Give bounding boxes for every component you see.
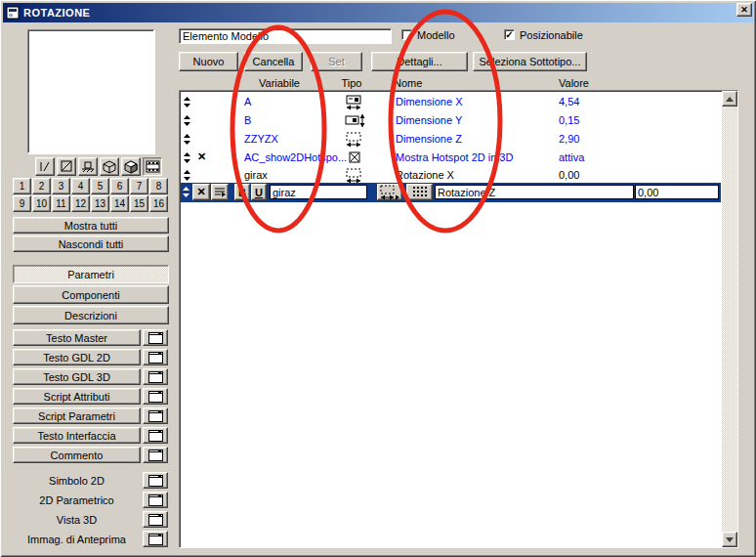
parametrico-2d-window-icon[interactable]	[143, 492, 168, 508]
testo-gdl-3d-window-icon[interactable]	[143, 368, 168, 385]
wireframe-cube-icon[interactable]	[100, 157, 119, 176]
page-button-3[interactable]: 3	[52, 178, 70, 194]
testo-interfaccia-window-icon[interactable]	[143, 427, 168, 444]
script-parametri-window-icon[interactable]	[143, 407, 168, 424]
column-header-variabile: Variabile	[240, 77, 318, 89]
title-bar[interactable]: ROTAZIONE	[3, 3, 753, 22]
page-button-13[interactable]: 13	[91, 195, 109, 212]
page-button-2[interactable]: 2	[32, 178, 51, 194]
testo-gdl-2d-button[interactable]: Testo GDL 2D	[13, 349, 141, 365]
posizionabile-checkbox[interactable]: ✓	[504, 29, 515, 40]
preview-panel	[27, 29, 154, 153]
commento-window-icon[interactable]	[143, 447, 168, 463]
page-button-8[interactable]: 8	[149, 178, 168, 194]
valore-cell: attiva	[559, 151, 584, 163]
page-button-11[interactable]: 11	[52, 195, 70, 212]
page-button-16[interactable]: 16	[149, 195, 168, 212]
valore-cell: 4,54	[559, 96, 579, 107]
valore-cell: 0,00	[559, 169, 579, 181]
tipo-angle-button[interactable]	[377, 184, 402, 200]
slashed-square-icon[interactable]	[57, 157, 76, 176]
script-parametri-button[interactable]: Script Parametri	[13, 407, 141, 424]
vertical-scrollbar[interactable]	[722, 91, 737, 547]
scroll-down-button[interactable]	[722, 532, 737, 547]
table-row[interactable]: A Dimensione X 4,54	[181, 94, 718, 112]
dettagli-button[interactable]: Dettagli...	[371, 52, 468, 71]
nascondi-tutti-button[interactable]: Nascondi tutti	[13, 236, 169, 252]
valore-input[interactable]	[635, 185, 719, 199]
testo-master-window-icon[interactable]	[143, 329, 168, 346]
seleziona-sottotipo-button[interactable]: Seleziona Sottotipo...	[473, 52, 587, 71]
close-button[interactable]: ✕	[736, 3, 752, 17]
tab-descrizioni[interactable]: Descrizioni	[13, 306, 169, 324]
valore-cell: 0,15	[559, 114, 579, 126]
page-button-14[interactable]: 14	[110, 195, 129, 212]
modello-checkbox[interactable]	[401, 29, 412, 40]
set-button: Set	[311, 52, 362, 71]
page-button-9[interactable]: 9	[13, 195, 31, 212]
page-button-5[interactable]: 5	[91, 178, 109, 194]
testo-interfaccia-button[interactable]: Testo Interfaccia	[13, 427, 141, 444]
vista-3d-window-icon[interactable]	[143, 511, 168, 528]
table-row[interactable]: ✕ AC_show2DHotspo... Mostra Hotspot 2D i…	[181, 150, 718, 168]
underline-button[interactable]: U	[251, 184, 267, 200]
script-attributi-button[interactable]: Script Attributi	[13, 388, 141, 405]
row-drag-handle-icon[interactable]	[183, 151, 191, 164]
page-buttons-row-1: 1 2 3 4 5 6 7 8	[13, 178, 168, 194]
testo-gdl-2d-window-icon[interactable]	[143, 349, 168, 365]
hidden-flag-x-icon[interactable]: ✕	[197, 150, 206, 163]
object-ground-icon[interactable]	[78, 157, 98, 176]
page-button-10[interactable]: 10	[32, 195, 51, 212]
solid-cube-icon[interactable]	[121, 157, 141, 176]
nome-cell: Mostra Hotspot 2D in 3D	[396, 151, 513, 163]
mostra-tutti-button[interactable]: Mostra tutti	[13, 217, 169, 234]
table-row[interactable]: ZZYZX Dimensione Z 2,90	[181, 131, 718, 150]
page-button-6[interactable]: 6	[110, 178, 129, 194]
simbolo-2d-window-icon[interactable]	[143, 472, 168, 489]
nome-cell: Dimensione X	[396, 96, 462, 107]
table-row[interactable]: B Dimensione Y 0,15	[181, 112, 718, 131]
element-type-field[interactable]	[179, 28, 392, 44]
column-header-valore: Valore	[559, 77, 589, 89]
selected-table-row[interactable]: ✕ B U	[181, 183, 721, 202]
delete-x-button[interactable]: ✕	[192, 184, 210, 200]
tab-parametri[interactable]: Parametri	[13, 265, 169, 283]
page-button-15[interactable]: 15	[130, 195, 148, 212]
posizionabile-label: Posizionabile	[520, 29, 583, 41]
array-values-button[interactable]	[406, 184, 433, 200]
nome-input[interactable]	[435, 185, 634, 199]
script-view-toolbar	[35, 157, 162, 176]
testo-master-button[interactable]: Testo Master	[13, 329, 141, 346]
nuovo-button[interactable]: Nuovo	[179, 52, 238, 71]
page-button-4[interactable]: 4	[71, 178, 90, 194]
anteprima-window-icon[interactable]	[143, 531, 168, 547]
symbol-pen-icon[interactable]	[35, 157, 55, 176]
column-header-nome: Nome	[394, 77, 422, 89]
commento-button[interactable]: Commento	[13, 447, 141, 463]
indent-arrow-button[interactable]	[211, 184, 229, 200]
rotazione-dialog: ROTAZIONE ✕ 1 2 3 4 5 6 7 8 9	[0, 0, 756, 557]
scroll-up-button[interactable]	[722, 91, 737, 107]
window-title: ROTAZIONE	[23, 7, 90, 19]
simbolo-2d-label: Simbolo 2D	[13, 472, 141, 489]
modello-label: Modello	[417, 29, 455, 41]
row-drag-handle-icon[interactable]	[183, 114, 191, 127]
valore-cell: 2,90	[559, 133, 579, 145]
row-drag-handle-icon[interactable]	[183, 133, 191, 146]
film-strip-icon[interactable]	[143, 157, 162, 176]
row-drag-handle-icon[interactable]	[183, 96, 191, 108]
page-button-7[interactable]: 7	[130, 178, 148, 194]
tab-componenti[interactable]: Componenti	[13, 285, 169, 304]
dimension-x-icon	[345, 95, 364, 110]
cancella-button[interactable]: Cancella	[244, 52, 303, 71]
bold-button[interactable]: B	[234, 184, 250, 200]
page-button-12[interactable]: 12	[71, 195, 90, 212]
row-drag-handle-icon[interactable]	[182, 186, 190, 198]
row-drag-handle-icon[interactable]	[183, 169, 191, 182]
variabile-input[interactable]	[270, 185, 367, 199]
nome-cell: Rotazione X	[396, 169, 454, 181]
testo-gdl-3d-button[interactable]: Testo GDL 3D	[13, 368, 141, 385]
nome-cell: Dimensione Y	[396, 114, 462, 126]
page-button-1[interactable]: 1	[13, 178, 31, 194]
script-attributi-window-icon[interactable]	[143, 388, 168, 405]
